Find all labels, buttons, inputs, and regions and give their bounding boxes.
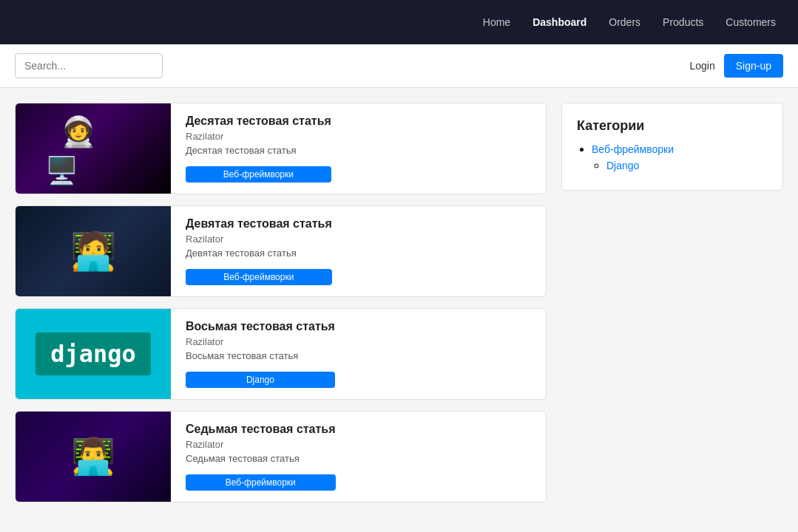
article-tag-3[interactable]: Django	[186, 372, 335, 388]
category-link-web-frameworks[interactable]: Веб-фреймворки	[592, 143, 674, 155]
article-info-3: Восьмая тестовая статья Razilator Восьма…	[171, 309, 350, 399]
subcategory-link-django[interactable]: Django	[606, 160, 639, 171]
search-input[interactable]	[15, 53, 163, 78]
article-tag-2[interactable]: Веб-фреймворки	[186, 269, 332, 285]
article-info-2: Девятая тестовая статья Razilator Девята…	[171, 206, 347, 296]
article-author-1: Razilator	[186, 131, 331, 142]
article-info-1: Десятая тестовая статья Razilator Десята…	[171, 103, 346, 194]
article-card: django Восьмая тестовая статья Razilator…	[15, 308, 547, 400]
django-logo: django	[35, 332, 151, 375]
article-thumbnail-4	[16, 412, 171, 502]
nav-products[interactable]: Products	[663, 16, 703, 28]
article-card: Седьмая тестовая статья Razilator Седьма…	[15, 411, 547, 502]
article-excerpt-4: Седьмая тестовая статья	[186, 453, 336, 464]
list-item: Django	[606, 159, 768, 172]
article-title-3: Восьмая тестовая статья	[186, 320, 335, 333]
article-excerpt-1: Десятая тестовая статья	[186, 145, 331, 156]
article-title-2: Девятая тестовая статья	[186, 217, 332, 231]
auth-buttons: Login Sign-up	[689, 54, 783, 78]
article-card: Девятая тестовая статья Razilator Девята…	[15, 205, 547, 297]
article-tag-1[interactable]: Веб-фреймворки	[186, 166, 331, 183]
article-author-3: Razilator	[186, 336, 335, 347]
article-excerpt-2: Девятая тестовая статья	[186, 248, 332, 259]
article-thumbnail-3: django	[16, 309, 171, 399]
article-excerpt-3: Восьмая тестовая статья	[186, 350, 335, 361]
list-item: Веб-фреймворки Django	[592, 143, 768, 172]
subcategory-list: Django	[592, 159, 768, 172]
article-title-4: Седьмая тестовая статья	[186, 423, 336, 436]
action-bar: Login Sign-up	[0, 44, 798, 88]
categories-widget: Категории Веб-фреймворки Django	[561, 103, 783, 191]
nav-orders[interactable]: Orders	[609, 16, 640, 28]
nav-dashboard[interactable]: Dashboard	[532, 16, 586, 28]
nav-home[interactable]: Home	[483, 16, 510, 28]
top-navigation: Home Dashboard Orders Products Customers	[0, 0, 798, 44]
article-info-4: Седьмая тестовая статья Razilator Седьма…	[171, 412, 351, 502]
article-author-2: Razilator	[186, 233, 332, 245]
main-content: Десятая тестовая статья Razilator Десята…	[0, 88, 798, 517]
article-tag-4[interactable]: Веб-фреймворки	[186, 474, 336, 491]
category-list: Веб-фреймворки Django	[577, 143, 768, 172]
article-thumbnail-1	[16, 103, 171, 194]
article-thumbnail-2	[16, 206, 171, 296]
article-card: Десятая тестовая статья Razilator Десята…	[15, 103, 547, 194]
sidebar: Категории Веб-фреймворки Django	[561, 103, 783, 502]
articles-list: Десятая тестовая статья Razilator Десята…	[15, 103, 547, 502]
categories-title: Категории	[577, 118, 768, 134]
nav-customers[interactable]: Customers	[726, 16, 776, 28]
signup-button[interactable]: Sign-up	[724, 54, 783, 78]
login-button[interactable]: Login	[689, 60, 714, 72]
article-author-4: Razilator	[186, 439, 336, 450]
article-title-1: Десятая тестовая статья	[186, 115, 331, 128]
